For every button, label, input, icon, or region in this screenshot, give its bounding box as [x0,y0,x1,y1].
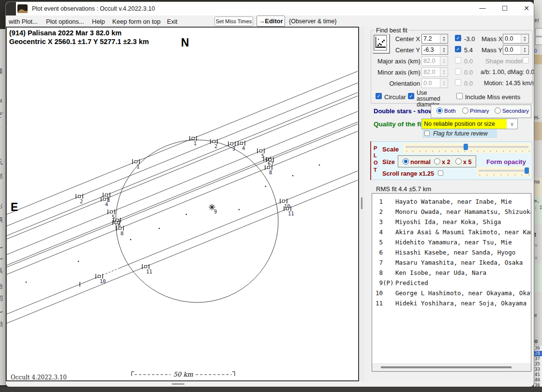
mass-x-field[interactable]: 0.0 ▲▼ [503,34,529,44]
predicted-centre-label: 9 [214,209,217,214]
editor-button[interactable]: →Editor [256,15,285,27]
close-button[interactable]: ✕ [519,4,534,13]
center-x-step-value: -3.0 [464,35,475,43]
bg-number-row: 40 [534,377,542,383]
include-miss-events-checkbox[interactable] [456,93,463,99]
flag-review-checkbox[interactable] [424,131,430,136]
observer-row-9[interactable]: 9(P)Predicted [372,278,531,288]
observer-track-5 [7,111,358,255]
station-dot [186,214,187,215]
major-axis-spinner: ▲▼ [440,57,448,65]
chevron-down-icon[interactable]: ∨ [507,119,517,129]
station-dot [292,175,294,177]
mass-y-field[interactable]: 0.0 ▲▼ [503,45,529,55]
backdrop-notch [6,2,16,15]
opacity-slider-thumb[interactable] [525,167,529,174]
rms-fit-label: RMS fit 4.4 ±5.7 km [376,185,431,193]
center-y-field[interactable]: -6.3 ▲▼ [422,45,448,55]
chord-label-11: 11 [146,269,152,274]
double-stars-primary-radio[interactable] [462,107,468,114]
observer-row-1[interactable]: 1Hayato Watanabe, near Inabe, Mie [372,196,531,207]
chord-marker-6 [116,219,119,221]
bg-text-fragment: 村 [534,17,539,24]
bg-cjk-fragment: 紹 [0,294,3,303]
spinner-down-icon: ▼ [443,39,446,42]
find-best-fit-title: Find best fit [375,27,409,34]
observer-row-6[interactable]: 6Hisashi Kasebe, near Sanda, Hyogo [372,247,531,257]
bg-text-fragment: o [534,338,538,345]
double-stars-secondary-label: Secondary [502,108,529,114]
scale-slider-thumb[interactable] [464,144,468,150]
center-y-label: Center Y [387,46,420,54]
spinner-down-icon: ▼ [524,39,527,42]
menu-plot-options[interactable]: Plot options... [46,18,84,25]
observer-row-10[interactable]: 10George L Hashimoto, near Okayama, Okay… [372,288,531,298]
plot-panel: 11223344556678810101111950 km (914) Pali… [6,27,359,381]
center-x-field[interactable]: 7.2 ▲▼ [422,34,448,44]
observer-row-4[interactable]: 4Akira Asai & Masumi Takimoto, near Kame [372,227,531,237]
window-title: Plot event observations : Occult v.4.202… [32,5,155,12]
menu-help[interactable]: Help [92,18,105,25]
observer-row-7[interactable]: 7Masaru Yamashita, near Ikeda, Osaka [372,257,531,268]
background-window-left: 様申ぞ：氏部お県〜〜系始紹〜動 [0,29,6,385]
minor-axis-step-value: 0.0 [464,69,473,76]
center-x-step-checkbox[interactable]: ✓ [455,35,461,41]
menu-with-plot[interactable]: with Plot... [9,18,38,25]
plot-horizontal-scrollbar[interactable] [7,381,533,386]
size-x2-radio[interactable] [434,158,440,165]
bg-number-row: 28 [534,351,542,356]
center-x-spinner[interactable]: ▲▼ [440,34,448,43]
chord-marker-7 [269,159,271,161]
use-assumed-diameter-checkbox[interactable]: ✓ [408,93,414,99]
observer-listbox[interactable]: 1Hayato Watanabe, near Inabe, Mie2Monoru… [372,193,531,372]
form-opacity-label: Form opacity [486,158,526,166]
observer-list-scroll-thumb[interactable] [381,366,512,368]
observer-track-6 [7,122,358,265]
double-stars-secondary-radio[interactable] [495,107,501,114]
quality-value[interactable]: No reliable position or size [422,119,507,129]
observer-row-8[interactable]: 8Ken Isobe, near Uda, Nara [372,268,531,278]
bg-cjk-fragment: 部 [0,172,3,181]
observer-row-3[interactable]: 3Miyoshi Ida, near Koka, Shiga [372,217,531,227]
size-x5-radio[interactable] [455,158,462,165]
center-y-step-checkbox[interactable]: ✓ [455,46,461,52]
mass-y-label: Mass Y [482,46,501,54]
double-stars-both-radio[interactable] [437,107,443,114]
circular-checkbox[interactable]: ✓ [376,93,382,99]
plot-vertical-scroll-thumb[interactable] [361,197,362,209]
include-miss-events-label: Include Miss events [465,93,520,101]
set-miss-times-button[interactable]: Set Miss Times [214,16,253,26]
size-normal-label: normal [410,159,431,166]
size-normal-radio[interactable] [403,158,409,165]
major-axis-step-checkbox [455,57,461,63]
observer-track-8 [7,131,358,274]
quality-dropdown[interactable]: No reliable position or size ∨ [422,119,518,129]
center-y-spinner[interactable]: ▲▼ [440,45,448,54]
mass-x-spinner[interactable]: ▲▼ [521,34,528,43]
minimize-button[interactable]: — [475,4,490,13]
plot-horizontal-scroll-thumb[interactable] [172,383,184,385]
slider-tick [529,151,529,152]
menu-exit[interactable]: Exit [167,18,178,25]
maximize-button[interactable]: ☐ [497,4,512,13]
chord-label-8: 8 [120,230,123,236]
slider-tick [508,174,508,176]
scroll-range-checkbox[interactable] [438,170,443,176]
scroll-range-label: Scroll range x1.25 [382,170,434,177]
bg-number-row: 37 [534,356,542,362]
bg-cjk-fragment: ぞ [0,110,3,119]
observer-row-5[interactable]: 5Hidehito Yamamura, near Tsu, Mie [372,237,531,247]
shape-model-label: Shape model [485,58,523,65]
observer-row-11[interactable]: 11Hideki Yoshihara, near Soja, Okayama [372,298,531,308]
menu-keep-on-top[interactable]: Keep form on top [112,18,161,25]
chevron-down-icon: ∨ [534,255,538,260]
observer-row-2[interactable]: 2Monoru Owada, near Hamamatsu, Shizuoka [372,207,531,217]
chord-label-4: 4 [242,145,245,151]
observer-track-4 [7,96,358,239]
bg-cjk-fragment: 申 [0,97,3,106]
plot-version-label: Occult 4.2022.3.10 [11,374,67,381]
chord-marker-10 [283,200,285,202]
chord-marker-5 [260,150,262,152]
mass-y-spinner[interactable]: ▲▼ [521,45,528,54]
bg-text-fragment: t [534,231,536,238]
